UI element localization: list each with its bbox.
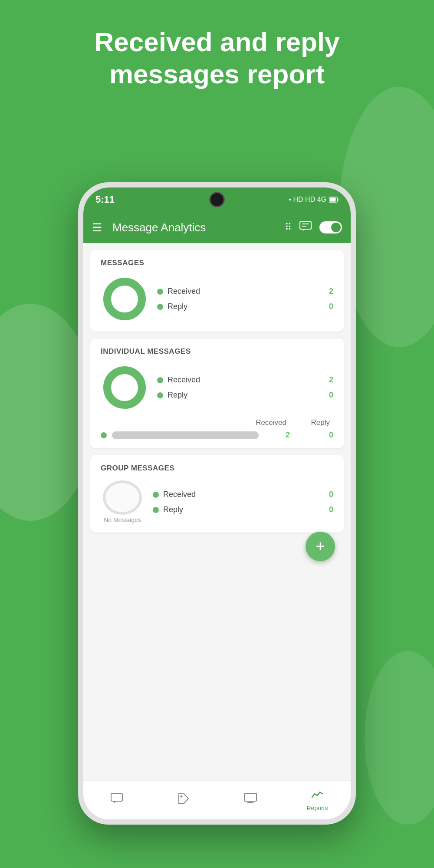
group-messages-card: GROUP MESSAGES No Messages Received 0	[90, 455, 344, 533]
grp-received-value: 0	[325, 490, 333, 499]
message-icon[interactable]	[299, 221, 312, 234]
group-chart-row: No Messages Received 0 Reply 0	[101, 480, 333, 524]
legend-item-received: Received 2	[157, 287, 333, 296]
individual-legend: Received 2 Reply 0	[157, 375, 333, 400]
messages-donut-svg	[101, 275, 148, 323]
legend-item-reply: Reply 0	[157, 302, 333, 311]
svg-point-8	[113, 288, 136, 310]
received-value: 2	[325, 287, 333, 296]
fab-button[interactable]: +	[306, 532, 335, 561]
svg-rect-12	[111, 793, 122, 801]
table-bar	[112, 431, 259, 439]
hamburger-icon[interactable]: ☰	[92, 221, 102, 234]
chat-nav-icon	[111, 793, 123, 807]
grp-legend-reply: Reply 0	[153, 505, 333, 514]
bg-blob-right2	[365, 651, 434, 825]
svg-rect-14	[244, 793, 256, 801]
toggle-switch[interactable]	[319, 221, 342, 233]
grp-legend-received: Received 0	[153, 490, 333, 499]
individual-donut-svg	[101, 364, 148, 411]
battery-icon	[329, 197, 339, 203]
table-header-received: Received	[256, 418, 286, 427]
status-time: 5:11	[95, 194, 115, 205]
group-card-title: GROUP MESSAGES	[101, 464, 333, 473]
reply-value: 0	[325, 302, 333, 311]
messages-card: MESSAGES Received	[90, 250, 344, 332]
individual-donut	[101, 364, 148, 411]
ind-legend-reply: Reply 0	[157, 391, 333, 400]
table-header: Received Reply	[101, 418, 333, 427]
app-bar: ☰ Message Analytics ⠿	[83, 212, 351, 243]
nav-item-monitor[interactable]	[217, 793, 284, 807]
svg-point-13	[181, 796, 183, 798]
messages-chart-row: Received 2 Reply 0	[101, 275, 333, 323]
individual-chart-row: Received 2 Reply 0	[101, 364, 333, 411]
status-icons: • HD HD 4G	[289, 196, 339, 204]
reply-dot	[157, 304, 163, 310]
table-data-row: 2 0	[101, 431, 333, 440]
ind-received-value: 2	[325, 375, 333, 385]
app-bar-title: Message Analytics	[112, 221, 278, 234]
reports-nav-label: Reports	[306, 805, 328, 812]
signal-indicator: • HD HD 4G	[289, 196, 327, 204]
grp-reply-label: Reply	[163, 505, 320, 514]
svg-rect-3	[300, 221, 311, 229]
ind-received-dot	[157, 377, 163, 383]
svg-rect-2	[338, 198, 339, 201]
ind-received-label: Received	[168, 375, 320, 385]
table-row-dot	[101, 432, 107, 438]
ind-reply-value: 0	[325, 391, 333, 400]
phone-outer: 5:11 • HD HD 4G ☰ Message Analytics	[78, 182, 356, 825]
grp-reply-dot	[153, 507, 159, 513]
phone-screen: 5:11 • HD HD 4G ☰ Message Analytics	[83, 187, 351, 819]
grid-icon[interactable]: ⠿	[285, 222, 292, 233]
hero-title: Received and reply messages report	[0, 26, 434, 91]
group-legend: Received 0 Reply 0	[153, 490, 333, 514]
svg-rect-1	[330, 198, 336, 202]
individual-card-title: INDIVIDUAL MESSAGES	[101, 347, 333, 356]
ind-reply-dot	[157, 392, 163, 398]
fab-container: +	[90, 539, 344, 561]
reports-nav-icon	[311, 789, 323, 803]
table-header-reply: Reply	[304, 418, 330, 427]
table-values: 2 0	[264, 431, 333, 440]
messages-donut	[101, 275, 148, 323]
table-received-val: 2	[264, 431, 290, 440]
individual-messages-card: INDIVIDUAL MESSAGES R	[90, 339, 344, 448]
nav-item-chat[interactable]	[83, 793, 150, 807]
nav-item-tag[interactable]	[150, 793, 217, 807]
messages-legend: Received 2 Reply 0	[157, 287, 333, 311]
table-reply-val: 0	[307, 431, 333, 440]
camera-notch	[209, 192, 225, 207]
received-dot	[157, 289, 163, 295]
no-messages-circle	[103, 480, 142, 515]
phone-content: MESSAGES Received	[83, 243, 351, 780]
tag-nav-icon	[178, 793, 189, 807]
app-bar-icons: ⠿	[285, 221, 342, 234]
nav-item-reports[interactable]: Reports	[284, 789, 351, 812]
no-messages-text: No Messages	[104, 516, 141, 524]
ind-legend-received: Received 2	[157, 375, 333, 385]
grp-received-label: Received	[163, 490, 320, 499]
grp-received-dot	[153, 492, 159, 498]
status-bar: 5:11 • HD HD 4G	[83, 187, 351, 212]
bottom-nav: Reports	[83, 780, 351, 819]
chat-icon	[299, 221, 312, 231]
grp-reply-value: 0	[325, 505, 333, 514]
no-messages-container: No Messages	[101, 480, 144, 524]
ind-reply-label: Reply	[168, 391, 320, 400]
reply-label: Reply	[168, 302, 320, 311]
phone-wrapper: 5:11 • HD HD 4G ☰ Message Analytics	[78, 182, 356, 825]
monitor-nav-icon	[244, 793, 257, 807]
received-label: Received	[168, 287, 320, 296]
svg-point-11	[113, 376, 136, 399]
messages-card-title: MESSAGES	[101, 259, 333, 267]
